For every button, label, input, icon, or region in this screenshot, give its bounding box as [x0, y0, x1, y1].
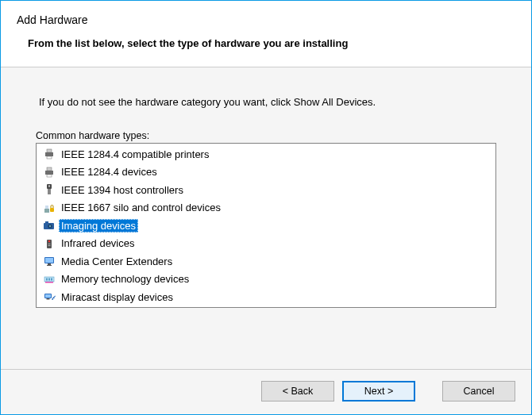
printer-icon: [43, 166, 56, 179]
printer-icon: [43, 148, 56, 160]
list-item[interactable]: IEEE 1284.4 compatible printers: [38, 145, 494, 163]
window-title: Add Hardware: [17, 13, 515, 26]
memory-icon: [43, 273, 56, 286]
next-button[interactable]: Next >: [342, 381, 415, 402]
svg-rect-10: [45, 206, 48, 209]
wireless-display-icon: [43, 290, 56, 303]
svg-rect-18: [48, 244, 51, 244]
svg-point-17: [48, 240, 50, 242]
list-label: Common hardware types:: [36, 130, 496, 141]
infrared-icon: [43, 237, 56, 250]
cancel-button[interactable]: Cancel: [442, 381, 515, 402]
help-text: If you do not see the hardware category …: [39, 96, 496, 108]
monitor-icon: [43, 255, 56, 267]
firewire-icon: [43, 183, 56, 196]
list-item-label: Miracast display devices: [59, 290, 175, 304]
svg-rect-26: [46, 278, 48, 280]
svg-rect-5: [47, 175, 52, 177]
wizard-header: Add Hardware From the list below, select…: [1, 1, 531, 67]
list-item-label: IEEE 1284.4 compatible printers: [59, 148, 211, 161]
list-item[interactable]: IEEE 1667 silo and control devices: [38, 199, 494, 217]
svg-rect-28: [51, 278, 52, 280]
list-item[interactable]: IEEE 1394 host controllers: [38, 181, 494, 199]
svg-rect-4: [47, 167, 52, 171]
wizard-body: If you do not see the hardware category …: [1, 67, 531, 369]
list-item[interactable]: Media Center Extenders: [38, 252, 494, 271]
svg-rect-21: [45, 258, 53, 263]
list-item[interactable]: IEEE 1284.4 devices: [38, 163, 494, 182]
hardware-types-list[interactable]: IEEE 1284.4 compatible printersIEEE 1284…: [36, 143, 496, 308]
svg-rect-27: [48, 278, 50, 280]
list-item[interactable]: Mixed Reality devices: [38, 306, 494, 309]
list-item-label: Imaging devices: [59, 219, 138, 232]
svg-point-14: [49, 225, 51, 227]
list-item-label: IEEE 1667 silo and control devices: [59, 201, 223, 214]
camera-icon: [43, 219, 56, 232]
list-item-label: IEEE 1394 host controllers: [59, 183, 186, 197]
back-button[interactable]: < Back: [261, 381, 334, 402]
svg-rect-22: [48, 263, 51, 265]
wizard-footer: < Back Next > Cancel: [1, 369, 531, 414]
list-item-label: Memory technology devices: [59, 272, 191, 286]
svg-rect-0: [45, 152, 53, 156]
svg-rect-3: [45, 171, 53, 175]
svg-rect-9: [44, 209, 49, 213]
list-item[interactable]: Memory technology devices: [38, 271, 494, 289]
svg-rect-11: [50, 208, 54, 212]
svg-rect-30: [45, 294, 51, 298]
list-item[interactable]: Miracast display devices: [38, 288, 494, 306]
list-item-label: Infrared devices: [59, 236, 137, 250]
svg-rect-2: [47, 156, 52, 159]
silo-lock-icon: [43, 202, 56, 214]
page-heading: From the list below, select the type of …: [17, 37, 515, 49]
svg-rect-25: [45, 282, 53, 283]
svg-rect-7: [48, 189, 51, 194]
svg-rect-1: [47, 149, 52, 152]
svg-rect-23: [47, 265, 52, 266]
svg-rect-31: [47, 298, 50, 300]
svg-rect-19: [48, 245, 51, 246]
list-item-label: IEEE 1284.4 devices: [59, 165, 160, 179]
svg-rect-8: [48, 186, 50, 187]
list-item[interactable]: Imaging devices: [38, 217, 494, 235]
svg-rect-15: [45, 221, 48, 224]
list-item-label: Media Center Extenders: [59, 255, 175, 268]
list-item[interactable]: Infrared devices: [38, 235, 494, 253]
